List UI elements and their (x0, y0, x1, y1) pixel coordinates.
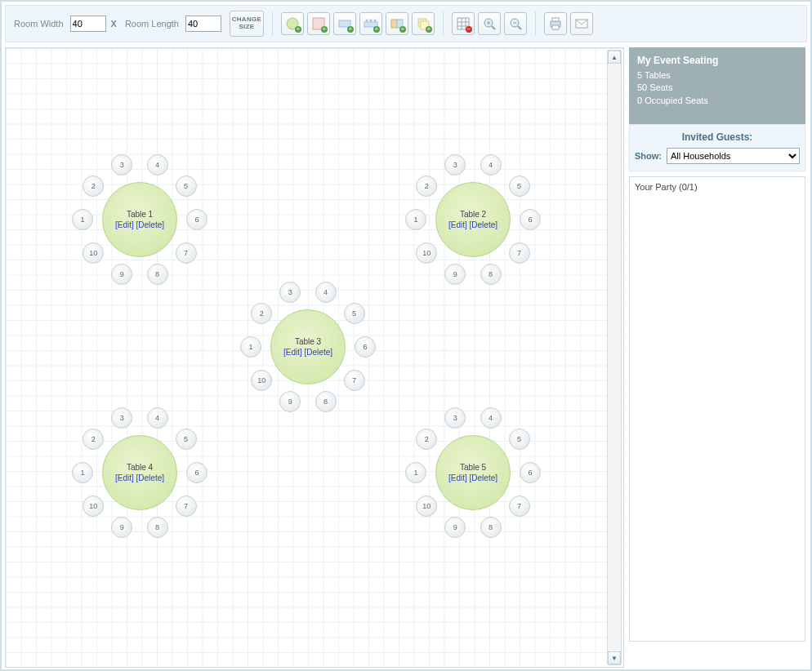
seat[interactable]: 9 (111, 264, 132, 285)
add-head-table-button[interactable]: + (359, 12, 382, 35)
seat[interactable]: 9 (444, 264, 466, 285)
seat[interactable]: 7 (509, 495, 530, 517)
room-width-input[interactable] (70, 16, 106, 32)
table-circle[interactable]: Table 4[Edit] [Delete] (102, 435, 177, 510)
email-button[interactable] (570, 12, 593, 35)
table-delete-link[interactable]: [Delete] (136, 473, 164, 482)
svg-line-21 (518, 26, 521, 29)
seat[interactable]: 8 (147, 264, 168, 285)
zoom-out-icon (508, 16, 523, 31)
seat[interactable]: 6 (186, 462, 207, 483)
seat[interactable]: 8 (315, 391, 337, 412)
seat[interactable]: 7 (509, 242, 530, 264)
table-group[interactable]: Table 1[Edit] [Delete]12345678910 (65, 145, 212, 292)
print-button[interactable] (544, 12, 567, 35)
table-circle[interactable]: Table 1[Edit] [Delete] (102, 182, 177, 257)
scroll-down-arrow[interactable]: ▼ (608, 651, 621, 664)
zoom-out-button[interactable] (504, 12, 527, 35)
seat[interactable]: 6 (355, 336, 376, 358)
seat[interactable]: 1 (405, 462, 426, 483)
table-group[interactable]: Table 2[Edit] [Delete]12345678910 (399, 145, 546, 292)
seat[interactable]: 4 (480, 154, 502, 176)
seat[interactable]: 4 (147, 154, 168, 176)
seat[interactable]: 1 (72, 209, 93, 230)
add-square-table-button[interactable]: + (307, 12, 330, 35)
sidebar: My Event Seating 5 Tables 50 Seats 0 Occ… (629, 47, 805, 668)
seat[interactable]: 3 (279, 282, 301, 303)
seat[interactable]: 10 (83, 495, 104, 517)
seat[interactable]: 4 (315, 282, 337, 303)
seat[interactable]: 2 (416, 429, 437, 450)
seat[interactable]: 2 (416, 176, 437, 197)
table-edit-link[interactable]: [Edit] (115, 220, 134, 229)
add-round-table-button[interactable]: + (281, 12, 304, 35)
grid-remove-button[interactable]: − (452, 12, 475, 35)
seat[interactable]: 9 (444, 517, 466, 538)
seat[interactable]: 6 (520, 209, 541, 230)
envelope-icon (574, 16, 589, 31)
seat[interactable]: 1 (72, 462, 93, 483)
table-delete-link[interactable]: [Delete] (305, 348, 332, 357)
seat[interactable]: 10 (83, 242, 104, 264)
seat[interactable]: 4 (147, 407, 168, 429)
seat[interactable]: 5 (509, 176, 530, 197)
seat[interactable]: 10 (416, 242, 437, 264)
show-filter-select[interactable]: All Households (667, 148, 800, 164)
seat[interactable]: 1 (405, 209, 426, 230)
seat[interactable]: 8 (147, 517, 168, 538)
zoom-in-button[interactable] (478, 12, 501, 35)
seat[interactable]: 3 (111, 407, 132, 429)
add-object-button[interactable]: + (412, 12, 435, 35)
seat[interactable]: 10 (251, 370, 272, 391)
seat[interactable]: 3 (444, 407, 466, 429)
summary-tables: 5 Tables (637, 69, 797, 82)
scroll-up-arrow[interactable]: ▲ (608, 51, 621, 64)
seat[interactable]: 6 (186, 209, 207, 230)
seat[interactable]: 1 (240, 336, 261, 358)
room-length-input[interactable] (185, 16, 221, 32)
seat[interactable]: 7 (176, 495, 197, 517)
table-edit-link[interactable]: [Edit] (448, 220, 467, 229)
floor-plan-canvas[interactable]: Table 1[Edit] [Delete]12345678910Table 2… (5, 47, 624, 668)
seat[interactable]: 9 (111, 517, 132, 538)
table-group[interactable]: Table 4[Edit] [Delete]12345678910 (65, 398, 212, 545)
seat[interactable]: 5 (509, 429, 530, 450)
add-combo-table-button[interactable]: + (386, 12, 408, 35)
table-group[interactable]: Table 3[Edit] [Delete]12345678910 (234, 273, 381, 420)
seat[interactable]: 5 (176, 429, 197, 450)
seat[interactable]: 2 (83, 176, 104, 197)
vertical-scrollbar[interactable]: ▲ ▼ (607, 50, 622, 665)
table-circle[interactable]: Table 2[Edit] [Delete] (435, 182, 511, 257)
table-delete-link[interactable]: [Delete] (470, 473, 497, 482)
seat[interactable]: 3 (444, 154, 466, 176)
guest-list-item[interactable]: Your Party (0/1) (635, 180, 800, 193)
seat[interactable]: 10 (416, 495, 437, 517)
table-group[interactable]: Table 5[Edit] [Delete]12345678910 (399, 398, 546, 545)
workspace: Table 1[Edit] [Delete]12345678910Table 2… (5, 47, 807, 668)
seat[interactable]: 8 (480, 264, 502, 285)
svg-point-5 (369, 20, 372, 22)
seat[interactable]: 7 (176, 242, 197, 264)
table-edit-link[interactable]: [Edit] (448, 473, 467, 482)
seat[interactable]: 6 (520, 462, 541, 483)
table-circle[interactable]: Table 3[Edit] [Delete] (270, 309, 346, 384)
seat[interactable]: 9 (279, 391, 301, 412)
table-delete-link[interactable]: [Delete] (470, 220, 497, 229)
toolbar-separator (272, 11, 273, 36)
seat[interactable]: 2 (83, 429, 104, 450)
table-delete-link[interactable]: [Delete] (136, 220, 164, 229)
seat[interactable]: 8 (480, 517, 502, 538)
invited-guests-panel: Invited Guests: Show: All Households (629, 124, 805, 171)
table-circle[interactable]: Table 5[Edit] [Delete] (435, 435, 511, 510)
guest-list[interactable]: Your Party (0/1) (629, 176, 805, 642)
seat[interactable]: 3 (111, 154, 132, 176)
table-edit-link[interactable]: [Edit] (115, 473, 134, 482)
change-size-button[interactable]: CHANGE SIZE (230, 11, 264, 37)
seat[interactable]: 4 (480, 407, 502, 429)
seat[interactable]: 5 (344, 303, 365, 324)
seat[interactable]: 2 (251, 303, 272, 324)
add-rect-table-button[interactable]: + (333, 12, 356, 35)
seat[interactable]: 7 (344, 370, 365, 391)
table-edit-link[interactable]: [Edit] (283, 348, 302, 357)
seat[interactable]: 5 (176, 176, 197, 197)
